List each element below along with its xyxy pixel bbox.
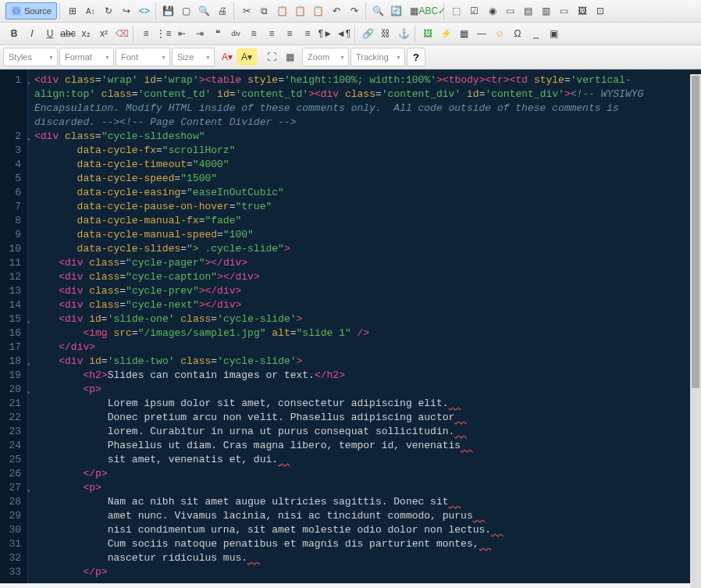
line-gutter: 1▾2▾3456789101112131415▾161718▾1920▾2122… bbox=[0, 69, 28, 583]
find-icon[interactable]: 🔍 bbox=[370, 2, 387, 20]
image-button-icon[interactable]: 🖼 bbox=[574, 2, 591, 20]
outdent-icon[interactable]: ⇤ bbox=[173, 25, 190, 42]
templates-icon[interactable]: ⊞ bbox=[64, 2, 81, 20]
form-icon[interactable]: ⬚ bbox=[448, 2, 465, 20]
hidden-field-icon[interactable]: ⊡ bbox=[592, 2, 609, 20]
italic-icon[interactable]: I bbox=[23, 25, 41, 42]
align-center-icon[interactable]: ≡ bbox=[263, 25, 280, 42]
link-icon[interactable]: 🔗 bbox=[359, 25, 376, 42]
zoom-dropdown[interactable]: Zoom bbox=[302, 48, 349, 66]
redo-icon[interactable]: ↪ bbox=[118, 2, 135, 20]
iframe-icon[interactable]: ▣ bbox=[545, 25, 562, 42]
align-right-icon[interactable]: ≡ bbox=[281, 25, 298, 42]
save-icon[interactable]: 💾 bbox=[160, 2, 177, 20]
toolbar-row-3: Styles Format Font Size A▾ A▾ ⛶ ▦ Zoom T… bbox=[0, 45, 701, 69]
preview-icon[interactable]: 🔍 bbox=[196, 2, 213, 20]
styles-dropdown[interactable]: Styles bbox=[3, 48, 58, 66]
vertical-scrollbar[interactable] bbox=[690, 74, 701, 588]
strike-icon[interactable]: abc bbox=[59, 25, 77, 42]
redo2-icon[interactable]: ↷ bbox=[346, 2, 363, 20]
font-size-icon[interactable]: A↕ bbox=[82, 2, 99, 20]
cut-icon[interactable]: ✂ bbox=[238, 2, 255, 20]
refresh-icon[interactable]: ↻ bbox=[100, 2, 117, 20]
undo-icon[interactable]: ↶ bbox=[328, 2, 345, 20]
anchor-icon[interactable]: ⚓ bbox=[395, 25, 412, 42]
textarea-icon[interactable]: ▤ bbox=[520, 2, 537, 20]
remove-format-icon[interactable]: ⌫ bbox=[113, 25, 130, 42]
hr-icon[interactable]: ― bbox=[473, 25, 490, 42]
toolbar-row-1: Source ⊞ A↕ ↻ ↪ <> 💾 ▢ 🔍 🖨 ✂ ⧉ 📋 📋 📋 ↶ ↷… bbox=[0, 0, 701, 23]
superscript-icon[interactable]: x² bbox=[95, 25, 112, 42]
spellcheck-icon[interactable]: ABC✓ bbox=[424, 2, 441, 20]
flash-icon[interactable]: ⚡ bbox=[437, 25, 454, 42]
new-page-icon[interactable]: ▢ bbox=[178, 2, 195, 20]
radio-icon[interactable]: ◉ bbox=[484, 2, 501, 20]
copy-icon[interactable]: ⧉ bbox=[256, 2, 273, 20]
toolbar-row-2: B I U abc x₂ x² ⌫ ≡ ⋮≡ ⇤ ⇥ ❝ div ≡ ≡ ≡ ≡… bbox=[0, 23, 701, 45]
paste-text-icon[interactable]: 📋 bbox=[292, 2, 309, 20]
numbered-list-icon[interactable]: ≡ bbox=[137, 25, 155, 42]
print-icon[interactable]: 🖨 bbox=[214, 2, 231, 20]
special-char-icon[interactable]: Ω bbox=[509, 25, 526, 42]
underline-icon[interactable]: U bbox=[41, 25, 59, 42]
scroll-thumb[interactable] bbox=[692, 76, 699, 388]
paste-icon[interactable]: 📋 bbox=[274, 2, 291, 20]
format-dropdown[interactable]: Format bbox=[59, 48, 114, 66]
show-blocks-icon[interactable]: ▦ bbox=[281, 48, 298, 66]
subscript-icon[interactable]: x₂ bbox=[77, 25, 94, 42]
size-dropdown[interactable]: Size bbox=[172, 48, 215, 66]
bg-color-icon[interactable]: A▾ bbox=[237, 48, 257, 66]
tracking-dropdown[interactable]: Tracking bbox=[350, 48, 405, 66]
maximize-icon[interactable]: ⛶ bbox=[263, 48, 280, 66]
source-button[interactable]: Source bbox=[5, 2, 57, 20]
code-icon[interactable]: <> bbox=[136, 2, 153, 20]
code-area[interactable]: <div class='wrap' id='wrap'><table style… bbox=[28, 69, 701, 583]
image-icon[interactable]: 🖼 bbox=[419, 25, 436, 42]
smiley-icon[interactable]: ☺ bbox=[491, 25, 508, 42]
pagebreak-icon[interactable]: ⎯ bbox=[527, 25, 544, 42]
table-icon[interactable]: ▦ bbox=[455, 25, 472, 42]
help-button[interactable]: ? bbox=[407, 48, 425, 66]
indent-icon[interactable]: ⇥ bbox=[191, 25, 208, 42]
text-color-icon[interactable]: A▾ bbox=[219, 48, 236, 66]
ltr-icon[interactable]: ¶► bbox=[317, 25, 334, 42]
code-editor[interactable]: 1▾2▾3456789101112131415▾161718▾1920▾2122… bbox=[0, 69, 701, 583]
unlink-icon[interactable]: ⛓ bbox=[377, 25, 394, 42]
font-dropdown[interactable]: Font bbox=[116, 48, 170, 66]
textfield-icon[interactable]: ▭ bbox=[502, 2, 519, 20]
justify-icon[interactable]: ≡ bbox=[299, 25, 316, 42]
div-icon[interactable]: div bbox=[227, 25, 244, 42]
align-left-icon[interactable]: ≡ bbox=[245, 25, 262, 42]
select-icon[interactable]: ▥ bbox=[538, 2, 555, 20]
paste-word-icon[interactable]: 📋 bbox=[310, 2, 327, 20]
replace-icon[interactable]: 🔄 bbox=[388, 2, 405, 20]
blockquote-icon[interactable]: ❝ bbox=[209, 25, 226, 42]
bulleted-list-icon[interactable]: ⋮≡ bbox=[155, 25, 173, 42]
checkbox-icon[interactable]: ☑ bbox=[466, 2, 483, 20]
bold-icon[interactable]: B bbox=[5, 25, 23, 42]
rtl-icon[interactable]: ◄¶ bbox=[335, 25, 352, 42]
button-icon[interactable]: ▭ bbox=[556, 2, 573, 20]
